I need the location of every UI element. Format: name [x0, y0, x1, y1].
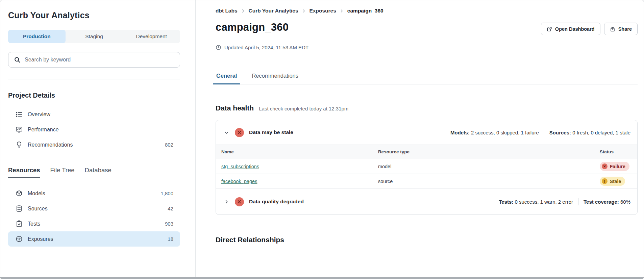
page-tabs: General Recommendations: [216, 73, 638, 84]
resource-link-facebook-pages[interactable]: facebook_pages: [221, 179, 257, 184]
item-count: 1,800: [160, 191, 173, 196]
error-circle-icon: [235, 128, 244, 137]
sidebar-item-label: Tests: [28, 221, 40, 227]
item-count: 42: [168, 206, 173, 211]
tab-recommendations[interactable]: Recommendations: [251, 73, 299, 84]
quality-section-header[interactable]: Data quality degraded Tests: 0 success, …: [216, 189, 637, 214]
tab-resources[interactable]: Resources: [8, 167, 40, 178]
updated-timestamp: Updated April 5, 2024, 11:53 AM EDT: [216, 45, 638, 50]
item-count: 903: [165, 221, 173, 227]
item-count: 802: [165, 142, 173, 148]
data-health-card: Data may be stale Models: 2 success, 0 s…: [216, 120, 638, 215]
chevron-right-icon: [241, 9, 245, 13]
search-box[interactable]: [8, 52, 180, 68]
environment-switcher: Production Staging Development: [8, 30, 180, 43]
open-dashboard-label: Open Dashboard: [555, 26, 595, 32]
coverage-stat: Test coverage: 60%: [584, 199, 630, 205]
sidebar-item-label: Recommendations: [28, 142, 73, 148]
tests-stat-label: Tests:: [499, 199, 513, 205]
database-icon: [16, 205, 23, 212]
page-title: campaign_360: [216, 21, 289, 33]
lightbulb-icon: [16, 141, 23, 148]
tests-stat-value: 0 success, 1 warn, 2 error: [515, 199, 573, 205]
breadcrumb-item-exposures[interactable]: Exposures: [309, 8, 336, 14]
resource-view-tabs: Resources File Tree Database: [8, 167, 180, 178]
table-header-row: Name Resource type Status: [216, 145, 637, 159]
data-health-header: Data health Last check completed today a…: [216, 104, 638, 112]
open-dashboard-button[interactable]: Open Dashboard: [541, 23, 600, 35]
sidebar-item-recommendations[interactable]: Recommendations 802: [8, 137, 180, 152]
sidebar-item-models[interactable]: Models 1,800: [8, 186, 180, 201]
tests-stat: Tests: 0 success, 1 warn, 2 error: [499, 199, 573, 205]
chevron-right-icon: [302, 9, 306, 13]
gauge-icon: [16, 235, 23, 243]
resources-nav: Models 1,800 Sources 42 Te: [8, 186, 180, 247]
column-header-status: Status: [594, 145, 637, 159]
quality-section-title: Data quality degraded: [249, 199, 304, 205]
item-count: 18: [168, 236, 173, 242]
share-label: Share: [618, 26, 632, 32]
table-row: stg_subscriptions model ✕ Failure: [216, 159, 637, 174]
tab-database[interactable]: Database: [85, 167, 112, 177]
external-link-icon: [547, 26, 552, 32]
data-health-title: Data health: [216, 104, 254, 112]
project-details-nav: Overview Performance Recomm: [8, 107, 180, 152]
search-input[interactable]: [25, 57, 174, 63]
clipboard-check-icon: [16, 220, 23, 227]
table-row: facebook_pages source ! Stale: [216, 174, 637, 189]
project-title: Curb Your Analytics: [8, 10, 180, 20]
models-stat: Models: 2 success, 0 skipped, 1 failure: [450, 130, 539, 135]
sidebar-item-label: Sources: [28, 206, 48, 212]
error-circle-icon: [235, 197, 244, 206]
sidebar-item-exposures[interactable]: Exposures 18: [8, 231, 180, 247]
resource-type-cell: source: [373, 174, 594, 189]
env-tab-staging[interactable]: Staging: [66, 30, 123, 43]
sidebar-item-tests[interactable]: Tests 903: [8, 216, 180, 231]
chevron-right-icon: [340, 9, 344, 13]
status-badge-stale: ! Stale: [600, 177, 625, 186]
chevron-right-icon[interactable]: [223, 199, 230, 205]
stale-section-title: Data may be stale: [249, 129, 293, 135]
quality-section-left: Data quality degraded: [223, 197, 304, 206]
performance-icon: [16, 126, 23, 133]
chevron-down-icon[interactable]: [223, 129, 230, 136]
page-header: campaign_360 Open Dashboard: [216, 21, 638, 35]
sidebar-item-label: Models: [28, 191, 45, 197]
sidebar-item-performance[interactable]: Performance: [8, 122, 180, 137]
resource-link-stg-subscriptions[interactable]: stg_subscriptions: [221, 164, 259, 169]
data-health-subtitle: Last check completed today at 12:31pm: [259, 106, 348, 111]
stat-divider: [578, 198, 578, 205]
stale-section-header[interactable]: Data may be stale Models: 2 success, 0 s…: [216, 120, 637, 145]
updated-text: Updated April 5, 2024, 11:53 AM EDT: [224, 45, 308, 50]
tab-general[interactable]: General: [216, 73, 238, 84]
share-icon: [610, 26, 615, 32]
sidebar-item-overview[interactable]: Overview: [8, 107, 180, 122]
sidebar-item-label: Overview: [28, 111, 50, 118]
clock-icon: [216, 45, 221, 50]
stale-section-stats: Models: 2 success, 0 skipped, 1 failure …: [450, 129, 630, 136]
sidebar-item-label: Exposures: [28, 236, 53, 242]
search-icon: [14, 56, 21, 63]
stale-resources-table: Name Resource type Status stg_subscripti…: [216, 145, 637, 189]
list-icon: [16, 111, 23, 118]
warning-circle-icon: !: [602, 178, 608, 184]
env-tab-production[interactable]: Production: [8, 30, 66, 43]
sources-stat: Sources: 0 fresh, 0 delayed, 1 stale: [549, 130, 630, 135]
status-badge-label: Failure: [610, 164, 625, 169]
sidebar-item-sources[interactable]: Sources 42: [8, 201, 180, 216]
project-details-heading: Project Details: [8, 92, 180, 99]
coverage-stat-value: 60%: [620, 199, 630, 205]
tab-file-tree[interactable]: File Tree: [50, 167, 75, 177]
sidebar-divider: [8, 79, 180, 79]
column-header-resource-type: Resource type: [373, 145, 594, 159]
breadcrumb-item-dbt-labs[interactable]: dbt Labs: [216, 8, 238, 14]
stale-section-left: Data may be stale: [223, 128, 293, 137]
share-button[interactable]: Share: [604, 23, 638, 35]
status-badge-failure: ✕ Failure: [600, 162, 629, 171]
x-circle-icon: ✕: [602, 163, 608, 169]
breadcrumb: dbt Labs Curb Your Analytics Exposures c…: [216, 8, 638, 14]
column-header-name: Name: [216, 145, 373, 159]
env-tab-development[interactable]: Development: [123, 30, 180, 43]
sources-stat-value: 0 fresh, 0 delayed, 1 stale: [572, 130, 630, 135]
breadcrumb-item-project[interactable]: Curb Your Analytics: [249, 8, 298, 14]
